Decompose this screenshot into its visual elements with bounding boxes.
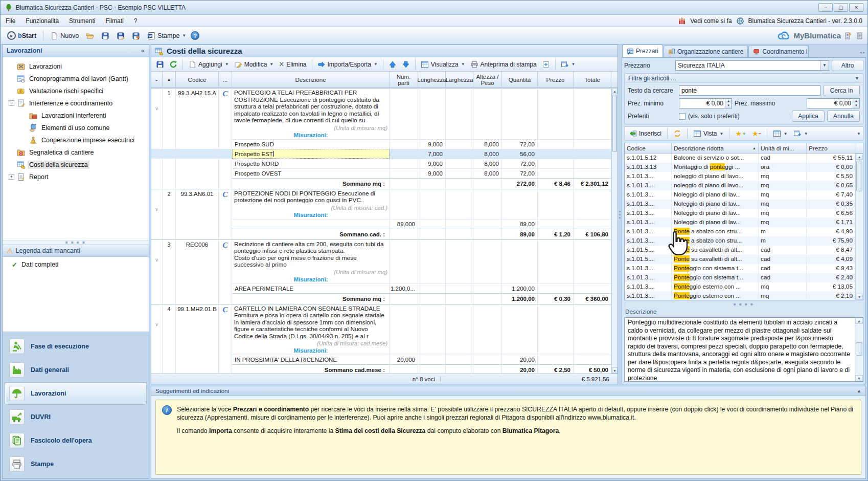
scroll-down-icon[interactable]: ▼ — [855, 375, 863, 381]
tab-scroll-icons[interactable]: ◂ ▸ — [860, 50, 865, 55]
sidebar-splitter[interactable]: ■ ■ ■ ■ — [3, 240, 149, 245]
table-scrollbar[interactable]: ▲ ▼ — [611, 88, 618, 374]
help-button[interactable]: ? — [191, 31, 199, 40]
column-header-descrizione[interactable]: Descrizione — [232, 72, 390, 88]
tab-organizzazione-cantiere[interactable]: Organizzazione cantiere — [664, 46, 748, 57]
list-description-splitter[interactable]: ■ ■ ■ ■ — [624, 302, 863, 306]
scroll-thumb[interactable] — [856, 161, 862, 191]
page-add-icon[interactable] — [855, 32, 863, 40]
open-button[interactable] — [83, 31, 97, 41]
measure-row-blank[interactable]: 89,00089,00 — [151, 219, 611, 229]
save-user-button[interactable] — [129, 31, 143, 41]
prez-minimo-stepper[interactable]: € 0,00▲▼ — [679, 98, 732, 108]
sidebar-item-lavorazioni[interactable]: Lavorazioni — [3, 60, 149, 73]
list-column-header-unit-di-mi[interactable]: Unità di mi... — [759, 143, 807, 153]
expand-all-button[interactable] — [540, 59, 552, 70]
column-header-larghezza[interactable]: Larghezza — [446, 72, 473, 88]
estimate-item-row-2[interactable]: ∨299.3.AN6.01CPROTEZIONE NODI DI PONTEGG… — [151, 189, 611, 219]
nav-button-fascicolo-dell-opera[interactable]: Fascicolo dell'opera — [5, 429, 147, 452]
how-to-link[interactable]: Vedi come si fa — [690, 17, 732, 25]
menu-strumenti[interactable]: Strumenti — [69, 17, 95, 25]
measure-row-prospetto-nord[interactable]: Prospetto NORD9,0008,00072,00 — [151, 159, 611, 168]
sidebar-item-segnaletica-di-cantiere[interactable]: Segnaletica di cantiere — [3, 146, 149, 159]
list-item[interactable]: s.1.01.5....Ponte su cavalletti di alt..… — [625, 255, 855, 264]
cerca-in-button[interactable]: Cerca in — [823, 85, 860, 96]
nav-button-stampe[interactable]: Stampe — [5, 453, 147, 475]
favorite-add-button[interactable]: ★＋ — [733, 129, 748, 138]
anteprima-button[interactable]: Anteprima di stampa — [468, 59, 539, 70]
importa-esporta-button[interactable]: Importa/Esporta▼ — [315, 59, 380, 70]
stepper-arrows[interactable]: ▲▼ — [853, 99, 859, 108]
aggiungi-button[interactable]: Aggiungi▼ — [186, 59, 231, 70]
measure-row-prospetto-ovest[interactable]: Prospetto OVEST9,0008,00072,00 — [151, 168, 611, 178]
list-column-header-codice[interactable]: Codice — [625, 143, 672, 153]
scroll-down-icon[interactable]: ▼ — [612, 367, 618, 374]
sidebar-item-report[interactable]: +Report — [3, 171, 149, 183]
column-header-lunghezza[interactable]: Lunghezza — [418, 72, 446, 88]
list-item[interactable]: s.1.01.3....noleggio di piano di lavo...… — [625, 181, 855, 190]
applica-button[interactable]: Applica — [792, 111, 825, 122]
list-column-header-descrizione-ridotta[interactable]: Descrizione ridotta▲ — [672, 143, 759, 153]
vertical-splitter[interactable] — [618, 45, 622, 384]
sidebar-item-cooperazione-imprese-esecutrici[interactable]: Cooperazione imprese esecutrici — [3, 134, 149, 146]
list-column-header-prezzo[interactable]: Prezzo — [807, 143, 855, 153]
close-button[interactable]: ✕ — [849, 3, 863, 12]
save-button[interactable] — [99, 31, 112, 41]
elimina-button[interactable]: ✕Elimina — [277, 59, 308, 69]
annulla-button[interactable]: Annulla — [827, 111, 860, 122]
column-header-altezza-peso[interactable]: Altezza / Peso — [473, 72, 502, 88]
inserisci-button[interactable]: Inserisci — [627, 128, 664, 139]
sidebar-item-valutazione-rischi-specifici[interactable]: Valutazione rischi specifici — [3, 85, 149, 97]
columns-button[interactable]: ▼ — [771, 128, 790, 139]
sidebar-item-lavorazioni-interferenti[interactable]: Lavorazioni interferenti — [3, 110, 149, 122]
column-header-blank[interactable]: ... — [219, 72, 232, 88]
collapse-panel-icon[interactable]: « — [141, 47, 145, 54]
toolbar-overflow-icon[interactable]: ▼ — [857, 132, 861, 136]
list-item[interactable]: s.1.01.3....Ponteggio con sistema t...ca… — [625, 273, 855, 282]
collapse-icon[interactable]: ▲ — [857, 388, 861, 393]
column-header-prezzo[interactable]: Prezzo — [538, 72, 574, 88]
preferiti-checkbox[interactable] — [679, 113, 686, 120]
nav-button-fase-di-esecuzione[interactable]: Fase di esecuzione — [5, 335, 147, 358]
collapse-box-icon[interactable]: − — [9, 100, 14, 106]
list-item[interactable]: s.1.01.3....Noleggio di piano di lav...m… — [625, 200, 855, 209]
menu-file[interactable]: File — [6, 17, 15, 25]
nuovo-button[interactable]: Nuovo — [48, 31, 81, 41]
favorite-remove-button[interactable]: ★− — [750, 129, 763, 138]
estimate-item-row-4[interactable]: ∨499.1.MH2.01.BCCARTELLO IN LAMIERA CON … — [151, 304, 611, 355]
nav-button-dati-generali[interactable]: Dati generali — [5, 359, 147, 381]
sidebar-item-elementi-di-uso-comune[interactable]: Elementi di uso comune — [3, 122, 149, 134]
expand-box-icon[interactable]: + — [9, 174, 14, 180]
list-export-button[interactable]: ▼ — [791, 128, 810, 139]
chevron-down-icon[interactable]: ▼ — [855, 76, 859, 81]
list-item[interactable]: s.1.01.3....Noleggio di piano di lav...m… — [625, 190, 855, 200]
altro-button[interactable]: Altro — [832, 60, 863, 71]
list-item[interactable]: s.1.01.3....Noleggio di piano di lav...m… — [625, 209, 855, 218]
list-item[interactable]: s.1.01.3....Noleggio di piano di lav...m… — [625, 218, 855, 227]
grid-export-button[interactable]: ▼ — [559, 59, 578, 70]
list-scrollbar[interactable]: ▲ ▼ — [855, 154, 863, 300]
scroll-thumb[interactable] — [856, 342, 862, 356]
save-as-button[interactable] — [114, 31, 127, 41]
visualizza-button[interactable]: Visualizza▼ — [419, 59, 467, 70]
measure-row-area-perimetrale[interactable]: AREA PERIMETRALE1.200,0...1.200,00 — [151, 283, 611, 293]
nav-button-duvri[interactable]: DUVRI — [5, 406, 147, 428]
scroll-up-icon[interactable]: ▲ — [856, 154, 863, 160]
stepper-arrows[interactable]: ▲▼ — [725, 99, 732, 108]
menu-funzionalita[interactable]: Funzionalità — [26, 17, 59, 25]
list-item[interactable]: s.1.01.3....Ponteggio esterno con ...mq€… — [625, 292, 855, 300]
bstart-button[interactable]: ▸ bbStartStart — [5, 30, 39, 41]
scroll-down-icon[interactable]: ▼ — [856, 294, 863, 300]
column-header-num-parti[interactable]: Num. parti — [390, 72, 418, 88]
description-scrollbar[interactable]: ▲ ▼ — [855, 318, 863, 381]
column-header-totale[interactable]: Totale — [574, 72, 611, 88]
nav-button-lavorazioni[interactable]: Lavorazioni — [5, 382, 147, 405]
list-item[interactable]: s.1.01.3....Ponte a sbalzo con stru...m€… — [625, 227, 855, 236]
list-item[interactable]: s.1.01.3....Ponteggio esterno con ...mq€… — [625, 282, 855, 292]
move-up-button[interactable] — [386, 59, 399, 70]
tab-coordinamento-i[interactable]: Coordinamento i — [748, 46, 809, 57]
prez-massimo-stepper[interactable]: € 0,00▲▼ — [807, 98, 860, 108]
estimate-item-row-1[interactable]: ∨199.3.AH2.15.ACPONTEGGIO A TELAI PREFAB… — [151, 88, 611, 139]
prezzario-select[interactable]: Sicurezza ITALIA ▼ — [675, 60, 829, 71]
measure-row-prospetto-est[interactable]: Prospetto EST7,0008,00056,00 — [151, 149, 611, 159]
